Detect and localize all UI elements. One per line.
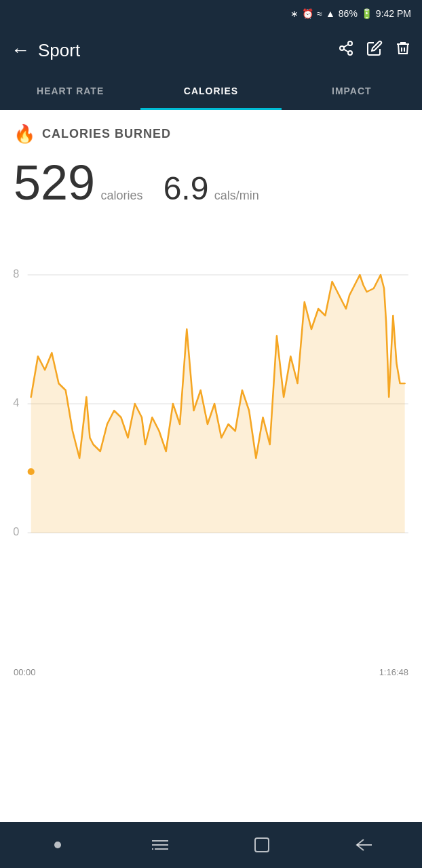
alarm-icon: ⏰: [302, 8, 313, 19]
svg-point-2: [348, 51, 352, 55]
tab-bar: HEART RATE CALORIES IMPACT: [0, 73, 422, 110]
svg-line-4: [344, 45, 349, 48]
primary-stat: 529 calories: [14, 158, 143, 207]
bottom-nav: [0, 822, 422, 868]
back-button[interactable]: ←: [11, 39, 30, 61]
time-start: 00:00: [14, 667, 36, 677]
home-dot-button[interactable]: [41, 828, 75, 862]
calories-chart: 8 4 0: [7, 221, 415, 662]
time-label: 9:42 PM: [376, 8, 411, 19]
svg-text:0: 0: [13, 525, 19, 537]
status-icons: ∗ ⏰ ≈ ▲ 86% 🔋 9:42 PM: [290, 8, 411, 19]
svg-rect-17: [255, 838, 269, 852]
svg-point-12: [54, 842, 61, 848]
overview-button[interactable]: [245, 828, 279, 862]
calories-value: 529: [14, 155, 95, 210]
nav-actions: [338, 40, 411, 60]
main-content: 🔥 CALORIES BURNED 529 calories 6.9 cals/…: [0, 110, 422, 822]
tab-heart-rate[interactable]: HEART RATE: [0, 73, 140, 110]
time-end: 1:16:48: [379, 667, 408, 677]
stats-row: 529 calories 6.9 cals/min: [0, 151, 422, 221]
secondary-stat: 6.9 cals/min: [164, 172, 259, 205]
tab-calories[interactable]: CALORIES: [140, 73, 281, 110]
section-header: 🔥 CALORIES BURNED: [0, 110, 422, 151]
bluetooth-icon: ∗: [290, 8, 299, 19]
edit-button[interactable]: [366, 40, 383, 60]
svg-text:4: 4: [13, 396, 19, 409]
delete-button[interactable]: [395, 40, 411, 60]
page-title: Sport: [38, 40, 330, 61]
flame-icon: 🔥: [14, 124, 35, 145]
back-nav-button[interactable]: [347, 828, 381, 862]
chart-container: 8 4 0 00:00 1:16:48: [0, 221, 422, 822]
battery-icon: 🔋: [361, 8, 372, 19]
svg-line-3: [344, 50, 349, 52]
svg-text:8: 8: [13, 267, 19, 280]
section-title: CALORIES BURNED: [42, 127, 171, 141]
menu-button[interactable]: [143, 828, 177, 862]
svg-point-0: [348, 41, 352, 45]
rate-value: 6.9: [164, 170, 209, 206]
svg-point-1: [340, 46, 344, 50]
battery-label: 86%: [339, 8, 358, 19]
share-button[interactable]: [338, 40, 354, 60]
signal-icon: ▲: [326, 8, 335, 19]
rate-unit: cals/min: [214, 189, 259, 202]
svg-point-11: [28, 468, 35, 475]
tab-impact[interactable]: IMPACT: [282, 73, 422, 110]
status-bar: ∗ ⏰ ≈ ▲ 86% 🔋 9:42 PM: [0, 0, 422, 27]
wifi-icon: ≈: [317, 8, 322, 19]
time-labels: 00:00 1:16:48: [7, 664, 415, 680]
calories-unit: calories: [101, 189, 143, 202]
top-nav: ← Sport: [0, 27, 422, 73]
